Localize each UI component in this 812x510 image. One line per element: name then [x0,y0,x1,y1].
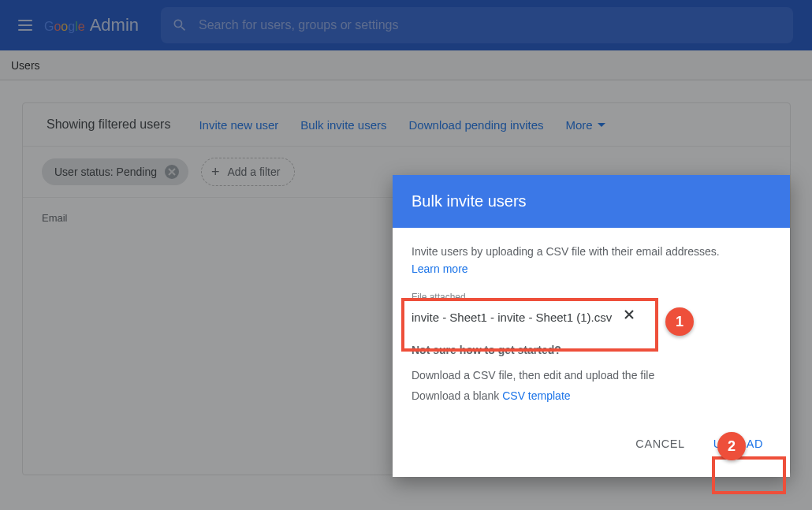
annotation-number-2: 2 [717,432,746,460]
file-row: invite - Sheet1 - invite - Sheet1 (1).cs… [412,308,771,326]
dialog-intro: Invite users by uploading a CSV file wit… [412,244,771,261]
download-blank-prefix: Download a blank [412,389,502,402]
close-icon [623,308,635,321]
csv-template-link[interactable]: CSV template [502,389,570,402]
remove-file-button[interactable] [623,308,635,326]
download-blank-line: Download a blank CSV template [412,388,771,405]
annotation-number-1: 1 [665,307,694,336]
file-attached-block: File attached invite - Sheet1 - invite -… [412,290,771,326]
get-started-subtitle: Not sure how to get started? [412,342,771,359]
attached-file-name: invite - Sheet1 - invite - Sheet1 (1).cs… [412,308,612,326]
dialog-body: Invite users by uploading a CSV file wit… [393,228,790,409]
cancel-button[interactable]: CANCEL [624,431,695,456]
download-hint: Download a CSV file, then edit and uploa… [412,367,771,385]
dialog-title: Bulk invite users [393,175,790,228]
file-attached-label: File attached [412,290,771,305]
learn-more-link[interactable]: Learn more [412,262,468,275]
